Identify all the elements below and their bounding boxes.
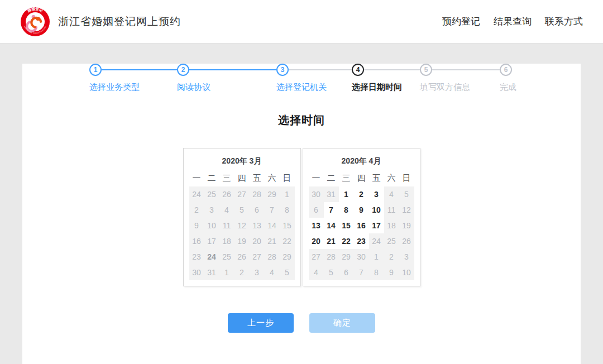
step-2-circle: 2 bbox=[177, 64, 189, 76]
step-6-head: 6 bbox=[500, 64, 516, 76]
weekday-label: 二 bbox=[324, 170, 339, 186]
date-cell: 17 bbox=[204, 233, 219, 249]
date-cell: 5 bbox=[280, 265, 295, 280]
date-cell: 18 bbox=[219, 233, 234, 249]
date-cell[interactable]: 13 bbox=[309, 218, 324, 233]
date-cell: 10 bbox=[204, 218, 219, 233]
weekday-label: 一 bbox=[189, 170, 204, 186]
date-cell: 31 bbox=[324, 186, 339, 202]
step-6-label: 完成 bbox=[500, 82, 516, 93]
date-grid: 3031123456789101112131415161718192021222… bbox=[309, 186, 414, 280]
date-cell[interactable]: 14 bbox=[324, 218, 339, 233]
calendar-panel-1: 2020年 3月一二三四五六日2425262728291234567891011… bbox=[183, 148, 301, 286]
date-cell: 28 bbox=[265, 249, 280, 265]
date-cell: 26 bbox=[399, 233, 414, 249]
date-cell[interactable]: 17 bbox=[369, 218, 384, 233]
date-cell: 7 bbox=[265, 202, 280, 218]
date-cell: 27 bbox=[250, 249, 265, 265]
step-3: 3选择登记机关 bbox=[276, 64, 352, 93]
date-cell: 30 bbox=[309, 186, 324, 202]
weekday-label: 三 bbox=[339, 170, 354, 186]
date-cell: 24 bbox=[369, 233, 384, 249]
date-cell: 6 bbox=[309, 202, 324, 218]
date-cell: 19 bbox=[234, 233, 250, 249]
date-cell: 10 bbox=[399, 265, 414, 280]
date-cell: 16 bbox=[189, 233, 204, 249]
date-cell[interactable]: 10 bbox=[369, 202, 384, 218]
weekday-row: 一二三四五六日 bbox=[189, 170, 295, 186]
app-header: 婚姻登记 MARRIAGE REGISTRATION 浙江省婚姻登记网上预约 预… bbox=[0, 0, 603, 44]
date-cell: 30 bbox=[189, 265, 204, 280]
date-cell[interactable]: 21 bbox=[324, 233, 339, 249]
date-cell: 27 bbox=[234, 186, 250, 202]
date-cell: 25 bbox=[219, 249, 234, 265]
calendar-panel-2: 2020年 4月一二三四五六日3031123456789101112131415… bbox=[303, 148, 420, 286]
weekday-label: 五 bbox=[369, 170, 384, 186]
date-cell: 2 bbox=[384, 249, 399, 265]
date-cell: 1 bbox=[219, 265, 234, 280]
date-cell: 8 bbox=[280, 202, 295, 218]
step-1-label: 选择业务类型 bbox=[89, 82, 177, 93]
step-1-circle: 1 bbox=[89, 64, 102, 76]
nav-appointment-registration[interactable]: 预约登记 bbox=[442, 15, 480, 28]
date-cell: 3 bbox=[250, 265, 265, 280]
date-cell[interactable]: 20 bbox=[309, 233, 324, 249]
date-cell: 22 bbox=[280, 233, 295, 249]
step-3-head: 3 bbox=[276, 64, 352, 76]
date-cell: 4 bbox=[219, 202, 234, 218]
step-4-label: 选择日期时间 bbox=[352, 82, 420, 93]
date-cell[interactable]: 16 bbox=[354, 218, 369, 233]
date-cell: 5 bbox=[324, 265, 339, 280]
date-cell: 14 bbox=[265, 218, 280, 233]
date-cell: 13 bbox=[250, 218, 265, 233]
date-cell: 31 bbox=[204, 265, 219, 280]
weekday-label: 一 bbox=[309, 170, 324, 186]
nav-result-query[interactable]: 结果查询 bbox=[494, 15, 532, 28]
date-cell: 23 bbox=[189, 249, 204, 265]
date-cell: 29 bbox=[339, 249, 354, 265]
date-cell: 27 bbox=[309, 249, 324, 265]
date-cell[interactable]: 8 bbox=[339, 202, 354, 218]
step-6: 6完成 bbox=[500, 64, 516, 93]
date-cell: 29 bbox=[280, 249, 295, 265]
step-1: 1选择业务类型 bbox=[89, 64, 177, 93]
step-4-head: 4 bbox=[352, 64, 420, 76]
date-cell: 12 bbox=[399, 202, 414, 218]
step-5: 5填写双方信息 bbox=[420, 64, 500, 93]
date-cell[interactable]: 2 bbox=[354, 186, 369, 202]
step-3-label: 选择登记机关 bbox=[276, 82, 352, 93]
date-cell: 26 bbox=[219, 186, 234, 202]
date-cell[interactable]: 9 bbox=[354, 202, 369, 218]
step-5-circle: 5 bbox=[420, 64, 432, 76]
step-5-label: 填写双方信息 bbox=[420, 82, 500, 93]
confirm-button[interactable]: 确定 bbox=[309, 313, 375, 333]
step-connector bbox=[189, 69, 276, 70]
date-cell: 11 bbox=[219, 218, 234, 233]
page-title: 浙江省婚姻登记网上预约 bbox=[58, 15, 181, 29]
date-cell: 5 bbox=[399, 186, 414, 202]
step-4-circle: 4 bbox=[352, 64, 364, 76]
date-cell: 26 bbox=[234, 249, 250, 265]
step-connector bbox=[289, 69, 352, 70]
date-cell[interactable]: 23 bbox=[354, 233, 369, 249]
nav-contact-info[interactable]: 联系方式 bbox=[545, 15, 583, 28]
step-2: 2阅读协议 bbox=[177, 64, 276, 93]
date-cell: 21 bbox=[265, 233, 280, 249]
date-cell[interactable]: 7 bbox=[324, 202, 339, 218]
step-connector bbox=[102, 69, 177, 70]
weekday-label: 五 bbox=[250, 170, 265, 186]
date-cell: 15 bbox=[280, 218, 295, 233]
top-nav: 预约登记 结果查询 联系方式 bbox=[442, 15, 583, 28]
date-cell: 4 bbox=[384, 186, 399, 202]
date-grid: 2425262728291234567891011121314151617181… bbox=[189, 186, 295, 280]
date-cell[interactable]: 3 bbox=[369, 186, 384, 202]
date-cell: 6 bbox=[250, 202, 265, 218]
date-cell[interactable]: 1 bbox=[339, 186, 354, 202]
previous-step-button[interactable]: 上一步 bbox=[228, 313, 294, 333]
weekday-label: 日 bbox=[399, 170, 414, 186]
weekday-label: 二 bbox=[204, 170, 219, 186]
weekday-row: 一二三四五六日 bbox=[309, 170, 414, 186]
date-cell[interactable]: 22 bbox=[339, 233, 354, 249]
weekday-label: 三 bbox=[219, 170, 234, 186]
date-cell[interactable]: 15 bbox=[339, 218, 354, 233]
